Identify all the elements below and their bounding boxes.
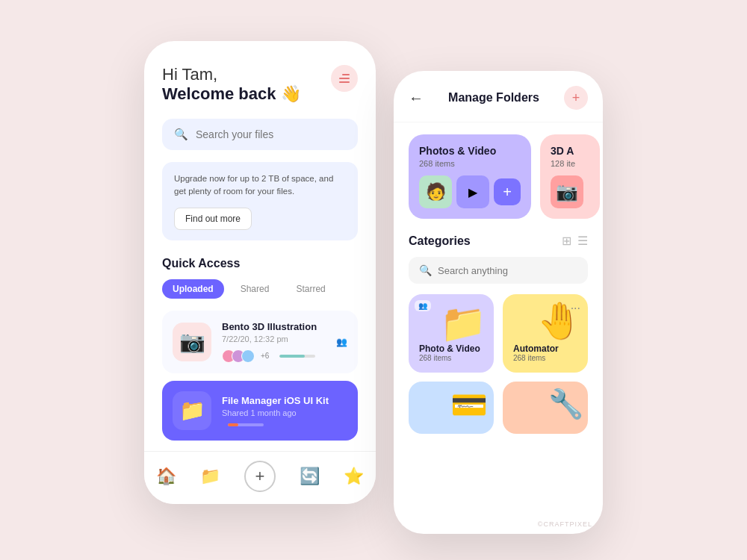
camera-3d-icon: 📷 [556,181,578,202]
file-info-bento: Bento 3D Illustration 7/22/20, 12:32 pm … [222,321,326,363]
search-input[interactable] [196,128,346,140]
share-icon[interactable]: 👥 [336,337,347,347]
nav-add-button[interactable]: + [244,461,276,492]
cat-item-orange[interactable]: 🔧 [503,382,588,434]
file-meta-bento: +6 [222,349,326,363]
tab-shared[interactable]: Shared [230,279,280,299]
progress-bar-bento [279,355,315,358]
hand-3d-icon: 🤚 [537,300,582,342]
thumb-camera: 📷 [551,175,583,208]
menu-button[interactable] [331,65,358,92]
file-date-filemanager: Shared 1 month ago [222,408,347,417]
cat-item-photo-video[interactable]: 👥 📁 Photo & Video 268 items [409,294,494,373]
cat-search-input[interactable] [438,265,563,276]
file-date-bento: 7/22/20, 12:32 pm [222,335,326,343]
back-button[interactable]: ← [409,90,424,107]
cat-item-inner-orange: 🔧 [503,382,588,434]
avatar-3 [241,349,255,363]
progress-fill-bento [279,355,305,358]
file-info-filemanager: File Manager iOS UI Kit Shared 1 month a… [222,395,347,426]
greeting-welcome: Welcome back 👋 [162,84,358,104]
cat-count-automator: 268 items [513,354,577,362]
tab-uploaded[interactable]: Uploaded [162,279,224,299]
file-icon-filemanager: 📁 [173,391,211,430]
bottom-nav: 🏠 📁 + 🔄 ⭐ [144,451,376,504]
folder-card-photos[interactable]: Photos & Video 268 items 🧑 ▶ + [409,134,531,219]
progress-fill-filemanager [228,423,238,426]
avatar-count: +6 [261,352,269,360]
nav-folder-icon[interactable]: 📁 [200,467,220,486]
categories-title: Categories [409,234,471,248]
greeting-hi: Hi Tam, [162,65,358,84]
search-icon: 🔍 [174,128,188,141]
folder-count-3d: 128 ite [551,159,589,168]
file-card-bento[interactable]: 📷 Bento 3D Illustration 7/22/20, 12:32 p… [162,311,358,373]
upgrade-box: Upgrade now for up to 2 TB of space, and… [162,162,358,240]
tool-3d-icon: 🔧 [548,388,583,420]
header-title: Manage Folders [448,91,539,105]
folder-thumb-3d: 📷 [551,175,589,208]
file-meta-filemanager [222,423,347,426]
cat-count-photo: 268 items [419,354,483,362]
cat-item-inner-automator: ··· 🤚 Automator 268 items [503,294,588,373]
quick-access-title: Quick Access [162,257,358,270]
nav-home-icon[interactable]: 🏠 [156,467,176,486]
thumb-1: 🧑 [419,175,452,208]
nav-star-icon[interactable]: ⭐ [344,467,364,486]
avatar-group-bento [222,349,255,363]
category-grid: 👥 📁 Photo & Video 268 items ··· 🤚 Automa… [394,294,603,434]
quick-access-tabs: Uploaded Shared Starred [162,279,358,299]
cat-name-photo: Photo & Video [419,343,483,354]
hamburger-icon [339,74,350,83]
add-thumb-button[interactable]: + [494,178,521,205]
view-icons: ⊞ ☰ [562,234,588,248]
folder-card-3d[interactable]: 3D A 128 ite 📷 [540,134,600,219]
thumb-2: ▶ [456,175,489,208]
cat-item-automator[interactable]: ··· 🤚 Automator 268 items [503,294,588,373]
cat-name-automator: Automator [513,343,577,354]
card-3d-icon: 💳 [450,388,488,423]
file-card-filemanager[interactable]: 📁 File Manager iOS UI Kit Shared 1 month… [162,381,358,441]
tab-starred[interactable]: Starred [285,279,335,299]
watermark: ©CRAFTPIXEL [538,520,592,528]
left-phone: Hi Tam, Welcome back 👋 🔍 Upgrade now for… [144,41,376,504]
folder-name-3d: 3D A [551,145,589,157]
file-name-filemanager: File Manager iOS UI Kit [222,395,347,406]
find-out-button[interactable]: Find out more [174,208,252,230]
folder-3d-icon: 📁 [440,302,486,345]
add-folder-button[interactable]: + [564,86,588,110]
folder-thumbnails: 🧑 ▶ + [419,175,521,208]
grid-view-icon[interactable]: ⊞ [562,234,571,248]
folder-count-photos: 268 items [419,159,521,168]
file-icon-bento: 📷 [173,323,211,361]
search-box[interactable]: 🔍 [162,119,358,150]
folder-name-photos: Photos & Video [419,145,521,157]
share-badge-photo: 👥 [415,300,431,311]
categories-header: Categories ⊞ ☰ [394,231,603,257]
folders-scroll: Photos & Video 268 items 🧑 ▶ + 3D A 128 … [394,122,603,231]
list-view-icon[interactable]: ☰ [577,234,588,248]
right-header: ← Manage Folders + [394,71,603,122]
cat-item-inner-blue: 💳 [409,382,494,434]
greeting-section: Hi Tam, Welcome back 👋 [162,65,358,104]
cat-search-icon: 🔍 [419,264,432,276]
file-name-bento: Bento 3D Illustration [222,321,326,332]
nav-share-icon[interactable]: 🔄 [300,467,320,486]
cat-item-inner-photo: 👥 📁 Photo & Video 268 items [409,294,494,373]
right-phone: ← Manage Folders + Photos & Video 268 it… [394,71,603,534]
category-search-box[interactable]: 🔍 [409,257,588,284]
cat-item-blue[interactable]: 💳 [409,382,494,434]
progress-bar-filemanager [228,423,264,426]
upgrade-text: Upgrade now for up to 2 TB of space, and… [174,172,346,199]
